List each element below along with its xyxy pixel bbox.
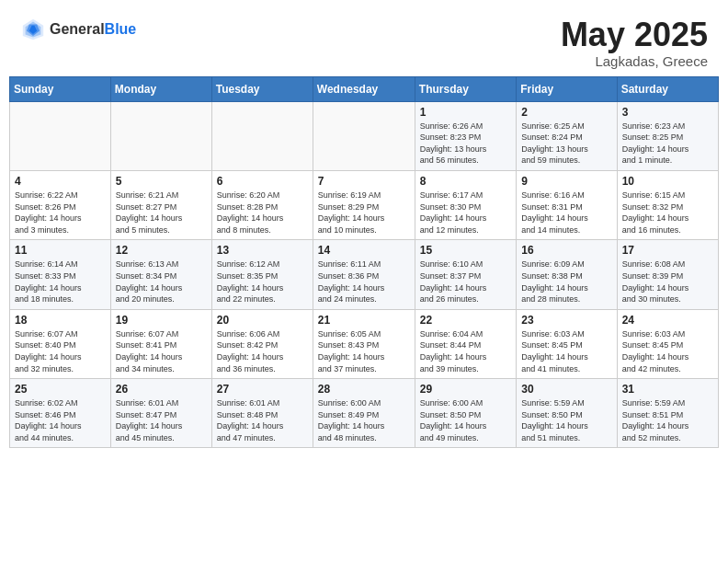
day-info: Sunrise: 6:10 AM Sunset: 8:37 PM Dayligh… bbox=[420, 259, 511, 304]
table-row: 31Sunrise: 5:59 AM Sunset: 8:51 PM Dayli… bbox=[617, 379, 718, 448]
header-monday: Monday bbox=[110, 76, 211, 101]
table-row: 20Sunrise: 6:06 AM Sunset: 8:42 PM Dayli… bbox=[211, 309, 313, 378]
table-row: 4Sunrise: 6:22 AM Sunset: 8:26 PM Daylig… bbox=[10, 170, 111, 239]
day-info: Sunrise: 6:03 AM Sunset: 8:45 PM Dayligh… bbox=[521, 328, 611, 374]
day-info: Sunrise: 6:02 AM Sunset: 8:46 PM Dayligh… bbox=[15, 397, 106, 443]
day-info: Sunrise: 6:13 AM Sunset: 8:34 PM Dayligh… bbox=[116, 259, 207, 304]
logo-general: General bbox=[50, 21, 105, 37]
table-row: 19Sunrise: 6:07 AM Sunset: 8:41 PM Dayli… bbox=[110, 309, 211, 378]
calendar-week-row: 4Sunrise: 6:22 AM Sunset: 8:26 PM Daylig… bbox=[10, 170, 719, 239]
day-number: 29 bbox=[420, 383, 511, 396]
day-number: 20 bbox=[217, 314, 308, 327]
day-number: 10 bbox=[622, 175, 713, 188]
day-info: Sunrise: 6:08 AM Sunset: 8:39 PM Dayligh… bbox=[622, 259, 713, 304]
day-number: 16 bbox=[521, 244, 611, 257]
table-row: 23Sunrise: 6:03 AM Sunset: 8:45 PM Dayli… bbox=[517, 309, 617, 378]
day-info: Sunrise: 6:12 AM Sunset: 8:35 PM Dayligh… bbox=[217, 259, 308, 304]
day-number: 1 bbox=[420, 106, 511, 119]
header-thursday: Thursday bbox=[415, 76, 516, 101]
table-row: 5Sunrise: 6:21 AM Sunset: 8:27 PM Daylig… bbox=[110, 170, 211, 239]
day-number: 23 bbox=[521, 314, 611, 327]
day-number: 22 bbox=[420, 314, 511, 327]
title-block: May 2025 Lagkadas, Greece bbox=[561, 17, 708, 69]
day-number: 24 bbox=[622, 314, 713, 327]
table-row: 7Sunrise: 6:19 AM Sunset: 8:29 PM Daylig… bbox=[313, 170, 415, 239]
day-number: 30 bbox=[521, 383, 611, 396]
header-saturday: Saturday bbox=[617, 76, 718, 101]
day-number: 12 bbox=[116, 244, 207, 257]
table-row: 24Sunrise: 6:03 AM Sunset: 8:45 PM Dayli… bbox=[617, 309, 718, 378]
table-row: 22Sunrise: 6:04 AM Sunset: 8:44 PM Dayli… bbox=[415, 309, 516, 378]
day-number: 19 bbox=[116, 314, 207, 327]
table-row: 2Sunrise: 6:25 AM Sunset: 8:24 PM Daylig… bbox=[517, 101, 617, 170]
header-wednesday: Wednesday bbox=[313, 76, 415, 101]
table-row: 15Sunrise: 6:10 AM Sunset: 8:37 PM Dayli… bbox=[415, 240, 516, 309]
day-info: Sunrise: 6:14 AM Sunset: 8:33 PM Dayligh… bbox=[15, 259, 106, 304]
table-row bbox=[110, 101, 211, 170]
day-info: Sunrise: 6:03 AM Sunset: 8:45 PM Dayligh… bbox=[622, 328, 713, 374]
calendar-title: May 2025 bbox=[561, 17, 708, 53]
day-info: Sunrise: 6:05 AM Sunset: 8:43 PM Dayligh… bbox=[318, 328, 410, 374]
day-number: 9 bbox=[521, 175, 611, 188]
table-row: 17Sunrise: 6:08 AM Sunset: 8:39 PM Dayli… bbox=[617, 240, 718, 309]
day-info: Sunrise: 6:23 AM Sunset: 8:25 PM Dayligh… bbox=[622, 121, 713, 167]
day-number: 7 bbox=[318, 175, 410, 188]
day-info: Sunrise: 6:16 AM Sunset: 8:31 PM Dayligh… bbox=[521, 190, 611, 236]
table-row bbox=[211, 101, 313, 170]
logo-text: GeneralBlue bbox=[50, 21, 136, 38]
day-info: Sunrise: 6:22 AM Sunset: 8:26 PM Dayligh… bbox=[15, 190, 106, 236]
day-number: 3 bbox=[622, 106, 713, 119]
day-info: Sunrise: 6:06 AM Sunset: 8:42 PM Dayligh… bbox=[217, 328, 308, 374]
table-row: 1Sunrise: 6:26 AM Sunset: 8:23 PM Daylig… bbox=[415, 101, 516, 170]
day-number: 18 bbox=[15, 314, 106, 327]
day-number: 14 bbox=[318, 244, 410, 257]
logo: GeneralBlue bbox=[20, 17, 136, 42]
table-row: 21Sunrise: 6:05 AM Sunset: 8:43 PM Dayli… bbox=[313, 309, 415, 378]
calendar-table: Sunday Monday Tuesday Wednesday Thursday… bbox=[9, 76, 719, 449]
header-friday: Friday bbox=[517, 76, 617, 101]
table-row: 12Sunrise: 6:13 AM Sunset: 8:34 PM Dayli… bbox=[110, 240, 211, 309]
day-info: Sunrise: 6:01 AM Sunset: 8:47 PM Dayligh… bbox=[116, 397, 207, 443]
day-info: Sunrise: 6:15 AM Sunset: 8:32 PM Dayligh… bbox=[622, 190, 713, 236]
table-row: 29Sunrise: 6:00 AM Sunset: 8:50 PM Dayli… bbox=[415, 379, 516, 448]
table-row: 6Sunrise: 6:20 AM Sunset: 8:28 PM Daylig… bbox=[211, 170, 313, 239]
weekday-header-row: Sunday Monday Tuesday Wednesday Thursday… bbox=[10, 76, 719, 101]
day-number: 17 bbox=[622, 244, 713, 257]
day-info: Sunrise: 6:11 AM Sunset: 8:36 PM Dayligh… bbox=[318, 259, 410, 304]
day-info: Sunrise: 6:17 AM Sunset: 8:30 PM Dayligh… bbox=[420, 190, 511, 236]
day-number: 5 bbox=[116, 175, 207, 188]
calendar-week-row: 1Sunrise: 6:26 AM Sunset: 8:23 PM Daylig… bbox=[10, 101, 719, 170]
day-info: Sunrise: 6:25 AM Sunset: 8:24 PM Dayligh… bbox=[521, 121, 611, 167]
day-info: Sunrise: 6:07 AM Sunset: 8:41 PM Dayligh… bbox=[116, 328, 207, 374]
day-info: Sunrise: 6:20 AM Sunset: 8:28 PM Dayligh… bbox=[217, 190, 308, 236]
day-info: Sunrise: 6:09 AM Sunset: 8:38 PM Dayligh… bbox=[521, 259, 611, 304]
table-row: 13Sunrise: 6:12 AM Sunset: 8:35 PM Dayli… bbox=[211, 240, 313, 309]
table-row: 14Sunrise: 6:11 AM Sunset: 8:36 PM Dayli… bbox=[313, 240, 415, 309]
table-row: 8Sunrise: 6:17 AM Sunset: 8:30 PM Daylig… bbox=[415, 170, 516, 239]
logo-blue: Blue bbox=[105, 21, 137, 37]
logo-icon bbox=[20, 17, 46, 42]
day-number: 11 bbox=[15, 244, 106, 257]
day-number: 28 bbox=[318, 383, 410, 396]
day-number: 31 bbox=[622, 383, 713, 396]
calendar-week-row: 11Sunrise: 6:14 AM Sunset: 8:33 PM Dayli… bbox=[10, 240, 719, 309]
day-info: Sunrise: 6:21 AM Sunset: 8:27 PM Dayligh… bbox=[116, 190, 207, 236]
day-info: Sunrise: 5:59 AM Sunset: 8:51 PM Dayligh… bbox=[622, 397, 713, 443]
day-number: 13 bbox=[217, 244, 308, 257]
calendar-location: Lagkadas, Greece bbox=[561, 53, 708, 69]
day-number: 6 bbox=[217, 175, 308, 188]
table-row: 16Sunrise: 6:09 AM Sunset: 8:38 PM Dayli… bbox=[517, 240, 617, 309]
table-row: 27Sunrise: 6:01 AM Sunset: 8:48 PM Dayli… bbox=[211, 379, 313, 448]
calendar-week-row: 25Sunrise: 6:02 AM Sunset: 8:46 PM Dayli… bbox=[10, 379, 719, 448]
day-info: Sunrise: 6:00 AM Sunset: 8:49 PM Dayligh… bbox=[318, 397, 410, 443]
day-number: 25 bbox=[15, 383, 106, 396]
day-info: Sunrise: 6:26 AM Sunset: 8:23 PM Dayligh… bbox=[420, 121, 511, 167]
day-info: Sunrise: 6:04 AM Sunset: 8:44 PM Dayligh… bbox=[420, 328, 511, 374]
table-row: 9Sunrise: 6:16 AM Sunset: 8:31 PM Daylig… bbox=[517, 170, 617, 239]
day-info: Sunrise: 6:19 AM Sunset: 8:29 PM Dayligh… bbox=[318, 190, 410, 236]
table-row: 3Sunrise: 6:23 AM Sunset: 8:25 PM Daylig… bbox=[617, 101, 718, 170]
page-header: GeneralBlue May 2025 Lagkadas, Greece bbox=[9, 9, 719, 73]
day-info: Sunrise: 6:01 AM Sunset: 8:48 PM Dayligh… bbox=[217, 397, 308, 443]
day-number: 15 bbox=[420, 244, 511, 257]
table-row: 11Sunrise: 6:14 AM Sunset: 8:33 PM Dayli… bbox=[10, 240, 111, 309]
